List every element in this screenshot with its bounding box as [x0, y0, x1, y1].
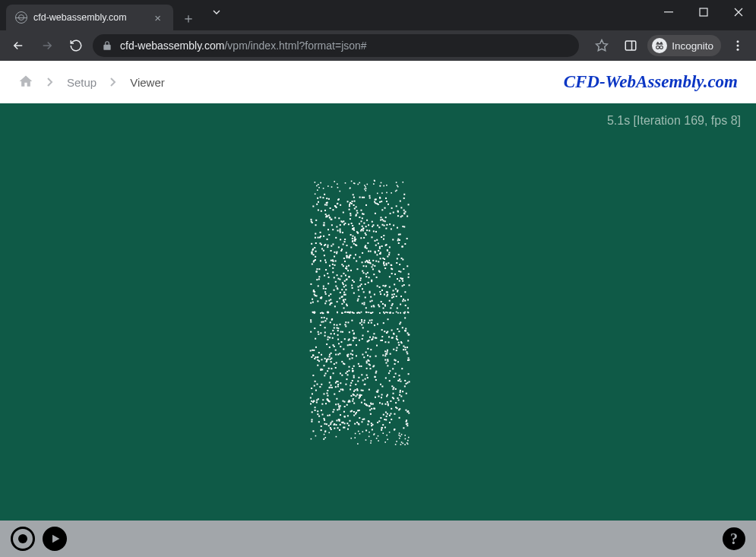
nav-back-button[interactable] — [6, 33, 30, 58]
player-controls: ? — [0, 521, 756, 557]
window-maximize-button[interactable] — [686, 0, 721, 24]
address-bar[interactable]: cfd-webassembly.com/vpm/index.html?forma… — [93, 34, 579, 57]
tab-search-caret-icon[interactable] — [199, 0, 234, 24]
url-domain: cfd-webassembly.com — [120, 40, 224, 52]
tab-title: cfd-webassembly.com — [33, 12, 127, 23]
nav-reload-button[interactable] — [64, 33, 88, 58]
new-tab-button[interactable]: ＋ — [178, 8, 199, 29]
svg-marker-2 — [596, 40, 608, 51]
lock-icon — [102, 40, 112, 51]
url-path: /vpm/index.html?format=json# — [224, 40, 366, 52]
svg-rect-0 — [664, 11, 673, 12]
svg-point-8 — [737, 40, 739, 43]
brand-suffix: .com — [704, 72, 738, 91]
incognito-label: Incognito — [672, 40, 713, 52]
svg-rect-3 — [625, 41, 636, 50]
globe-icon — [15, 11, 27, 24]
incognito-badge[interactable]: Incognito — [647, 35, 721, 56]
record-button[interactable] — [11, 527, 35, 551]
browser-tab[interactable]: cfd-webassembly.com × — [6, 5, 173, 30]
svg-point-5 — [656, 46, 660, 49]
nav-forward-button — [35, 33, 59, 58]
simulation-status: 5.1s [Iteration 169, fps 8] — [607, 114, 741, 128]
page-header: Setup Viewer CFD-WebAssembly.com — [0, 61, 756, 103]
window-close-button[interactable] — [721, 0, 756, 24]
home-icon[interactable] — [18, 74, 33, 91]
breadcrumb-setup[interactable]: Setup — [67, 76, 96, 89]
brand-logo[interactable]: CFD-WebAssembly.com — [564, 72, 738, 92]
browser-menu-icon[interactable] — [726, 33, 750, 58]
simulation-canvas[interactable] — [0, 103, 756, 521]
chevron-right-icon — [110, 76, 116, 89]
play-button[interactable] — [43, 527, 67, 551]
brand-main: CFD-WebAssembly — [564, 72, 704, 91]
svg-marker-11 — [52, 535, 59, 543]
svg-rect-1 — [700, 8, 707, 16]
help-button[interactable]: ? — [723, 527, 745, 550]
chevron-right-icon — [47, 76, 53, 89]
simulation-viewer[interactable]: 5.1s [Iteration 169, fps 8] — [0, 103, 756, 521]
incognito-icon — [652, 38, 667, 53]
side-panel-icon[interactable] — [618, 33, 643, 58]
svg-point-10 — [737, 49, 739, 51]
tab-close-icon[interactable]: × — [151, 11, 164, 24]
svg-point-6 — [660, 46, 663, 49]
bookmark-star-icon[interactable] — [590, 33, 614, 58]
svg-point-9 — [737, 45, 739, 47]
window-minimize-button[interactable] — [651, 0, 686, 24]
breadcrumb: Setup Viewer — [18, 74, 165, 91]
breadcrumb-viewer[interactable]: Viewer — [130, 76, 165, 89]
